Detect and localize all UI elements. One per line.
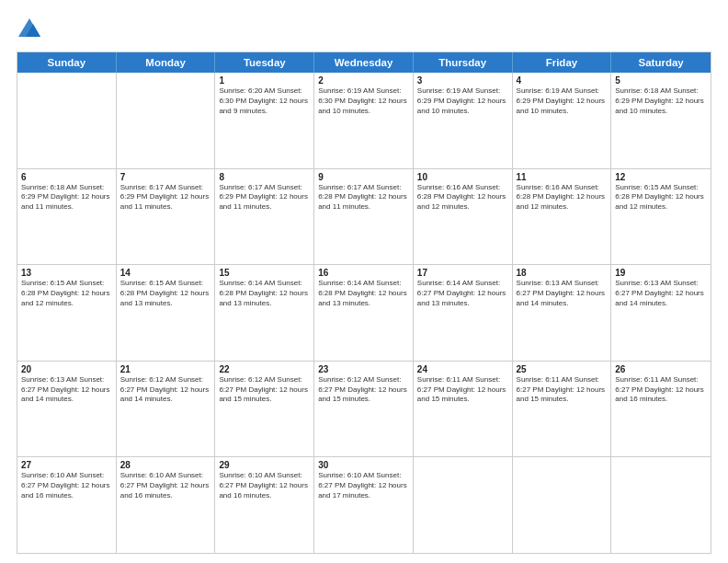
calendar-body: 1Sunrise: 6:20 AM Sunset: 6:30 PM Daylig… <box>17 73 711 553</box>
header-tuesday: Tuesday <box>215 52 314 73</box>
table-row: 1Sunrise: 6:20 AM Sunset: 6:30 PM Daylig… <box>215 73 314 168</box>
day-info: Sunrise: 6:14 AM Sunset: 6:28 PM Dayligh… <box>318 279 409 308</box>
calendar: Sunday Monday Tuesday Wednesday Thursday… <box>17 52 711 554</box>
day-number: 1 <box>219 75 310 86</box>
day-number: 2 <box>318 75 409 86</box>
table-row <box>611 457 711 553</box>
table-row: 26Sunrise: 6:11 AM Sunset: 6:27 PM Dayli… <box>611 362 711 457</box>
day-number: 3 <box>417 75 508 86</box>
table-row: 23Sunrise: 6:12 AM Sunset: 6:27 PM Dayli… <box>314 362 414 457</box>
day-info: Sunrise: 6:12 AM Sunset: 6:27 PM Dayligh… <box>120 375 211 405</box>
day-number: 10 <box>417 172 508 182</box>
table-row: 27Sunrise: 6:10 AM Sunset: 6:27 PM Dayli… <box>17 457 117 553</box>
calendar-header: Sunday Monday Tuesday Wednesday Thursday… <box>17 52 711 73</box>
day-info: Sunrise: 6:14 AM Sunset: 6:27 PM Dayligh… <box>417 279 508 308</box>
header-friday: Friday <box>513 52 612 73</box>
table-row: 22Sunrise: 6:12 AM Sunset: 6:27 PM Dayli… <box>215 362 314 457</box>
table-row: 16Sunrise: 6:14 AM Sunset: 6:28 PM Dayli… <box>314 265 414 361</box>
day-number: 27 <box>21 460 112 470</box>
table-row: 8Sunrise: 6:17 AM Sunset: 6:29 PM Daylig… <box>215 169 314 265</box>
day-number: 19 <box>615 268 707 278</box>
day-info: Sunrise: 6:10 AM Sunset: 6:27 PM Dayligh… <box>21 471 112 500</box>
day-number: 20 <box>21 364 112 374</box>
day-number: 4 <box>517 75 608 86</box>
day-info: Sunrise: 6:19 AM Sunset: 6:29 PM Dayligh… <box>517 86 608 116</box>
header-sunday: Sunday <box>17 52 117 73</box>
logo-icon <box>17 17 42 42</box>
calendar-row: 13Sunrise: 6:15 AM Sunset: 6:28 PM Dayli… <box>17 264 711 361</box>
table-row: 12Sunrise: 6:15 AM Sunset: 6:28 PM Dayli… <box>611 169 711 265</box>
day-number: 30 <box>318 460 409 470</box>
day-info: Sunrise: 6:10 AM Sunset: 6:27 PM Dayligh… <box>318 471 409 500</box>
day-info: Sunrise: 6:19 AM Sunset: 6:30 PM Dayligh… <box>318 86 409 116</box>
table-row: 5Sunrise: 6:18 AM Sunset: 6:29 PM Daylig… <box>611 73 711 168</box>
day-number: 14 <box>120 268 211 278</box>
logo <box>17 17 46 42</box>
calendar-row: 6Sunrise: 6:18 AM Sunset: 6:29 PM Daylig… <box>17 168 711 265</box>
day-number: 28 <box>120 460 211 470</box>
table-row: 11Sunrise: 6:16 AM Sunset: 6:28 PM Dayli… <box>513 169 612 265</box>
day-number: 11 <box>517 172 608 182</box>
day-info: Sunrise: 6:14 AM Sunset: 6:28 PM Dayligh… <box>219 279 310 308</box>
table-row: 4Sunrise: 6:19 AM Sunset: 6:29 PM Daylig… <box>513 73 612 168</box>
table-row <box>513 457 612 553</box>
day-info: Sunrise: 6:16 AM Sunset: 6:28 PM Dayligh… <box>517 183 608 213</box>
calendar-row: 1Sunrise: 6:20 AM Sunset: 6:30 PM Daylig… <box>17 73 711 168</box>
day-info: Sunrise: 6:19 AM Sunset: 6:29 PM Dayligh… <box>417 86 508 116</box>
day-info: Sunrise: 6:18 AM Sunset: 6:29 PM Dayligh… <box>615 86 707 116</box>
table-row: 10Sunrise: 6:16 AM Sunset: 6:28 PM Dayli… <box>414 169 513 265</box>
day-info: Sunrise: 6:13 AM Sunset: 6:27 PM Dayligh… <box>21 375 112 405</box>
day-number: 23 <box>318 364 409 374</box>
day-info: Sunrise: 6:17 AM Sunset: 6:29 PM Dayligh… <box>120 183 211 213</box>
day-number: 18 <box>517 268 608 278</box>
table-row <box>414 457 513 553</box>
day-info: Sunrise: 6:13 AM Sunset: 6:27 PM Dayligh… <box>517 279 608 308</box>
day-number: 8 <box>219 172 310 182</box>
table-row: 2Sunrise: 6:19 AM Sunset: 6:30 PM Daylig… <box>314 73 414 168</box>
table-row: 3Sunrise: 6:19 AM Sunset: 6:29 PM Daylig… <box>414 73 513 168</box>
day-number: 29 <box>219 460 310 470</box>
day-info: Sunrise: 6:15 AM Sunset: 6:28 PM Dayligh… <box>21 279 112 308</box>
table-row: 28Sunrise: 6:10 AM Sunset: 6:27 PM Dayli… <box>117 457 216 553</box>
table-row: 25Sunrise: 6:11 AM Sunset: 6:27 PM Dayli… <box>513 362 612 457</box>
day-info: Sunrise: 6:10 AM Sunset: 6:27 PM Dayligh… <box>120 471 211 500</box>
day-number: 13 <box>21 268 112 278</box>
day-number: 24 <box>417 364 508 374</box>
day-info: Sunrise: 6:18 AM Sunset: 6:29 PM Dayligh… <box>21 183 112 213</box>
day-info: Sunrise: 6:17 AM Sunset: 6:28 PM Dayligh… <box>318 183 409 213</box>
table-row: 29Sunrise: 6:10 AM Sunset: 6:27 PM Dayli… <box>215 457 314 553</box>
header-wednesday: Wednesday <box>314 52 414 73</box>
day-info: Sunrise: 6:12 AM Sunset: 6:27 PM Dayligh… <box>318 375 409 405</box>
day-info: Sunrise: 6:11 AM Sunset: 6:27 PM Dayligh… <box>517 375 608 405</box>
page-header <box>17 17 711 42</box>
table-row <box>117 73 216 168</box>
day-info: Sunrise: 6:15 AM Sunset: 6:28 PM Dayligh… <box>615 183 707 213</box>
header-saturday: Saturday <box>611 52 711 73</box>
table-row: 9Sunrise: 6:17 AM Sunset: 6:28 PM Daylig… <box>314 169 414 265</box>
day-number: 15 <box>219 268 310 278</box>
day-info: Sunrise: 6:17 AM Sunset: 6:29 PM Dayligh… <box>219 183 310 213</box>
calendar-row: 20Sunrise: 6:13 AM Sunset: 6:27 PM Dayli… <box>17 361 711 457</box>
table-row: 18Sunrise: 6:13 AM Sunset: 6:27 PM Dayli… <box>513 265 612 361</box>
table-row: 14Sunrise: 6:15 AM Sunset: 6:28 PM Dayli… <box>117 265 216 361</box>
day-info: Sunrise: 6:11 AM Sunset: 6:27 PM Dayligh… <box>417 375 508 405</box>
day-number: 7 <box>120 172 211 182</box>
header-monday: Monday <box>117 52 216 73</box>
day-info: Sunrise: 6:13 AM Sunset: 6:27 PM Dayligh… <box>615 279 707 308</box>
day-number: 17 <box>417 268 508 278</box>
day-info: Sunrise: 6:10 AM Sunset: 6:27 PM Dayligh… <box>219 471 310 500</box>
day-info: Sunrise: 6:12 AM Sunset: 6:27 PM Dayligh… <box>219 375 310 405</box>
day-info: Sunrise: 6:20 AM Sunset: 6:30 PM Dayligh… <box>219 86 310 116</box>
day-number: 21 <box>120 364 211 374</box>
day-number: 25 <box>517 364 608 374</box>
day-info: Sunrise: 6:15 AM Sunset: 6:28 PM Dayligh… <box>120 279 211 308</box>
table-row: 7Sunrise: 6:17 AM Sunset: 6:29 PM Daylig… <box>117 169 216 265</box>
day-number: 5 <box>615 75 707 86</box>
table-row: 19Sunrise: 6:13 AM Sunset: 6:27 PM Dayli… <box>611 265 711 361</box>
day-number: 9 <box>318 172 409 182</box>
table-row: 20Sunrise: 6:13 AM Sunset: 6:27 PM Dayli… <box>17 362 117 457</box>
calendar-row: 27Sunrise: 6:10 AM Sunset: 6:27 PM Dayli… <box>17 456 711 553</box>
table-row <box>17 73 117 168</box>
day-number: 6 <box>21 172 112 182</box>
day-info: Sunrise: 6:16 AM Sunset: 6:28 PM Dayligh… <box>417 183 508 213</box>
